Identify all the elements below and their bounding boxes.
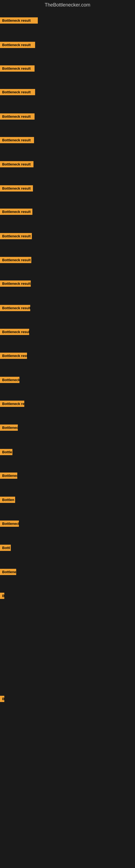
- bottleneck-item: Bottleneck result: [0, 137, 34, 143]
- bottleneck-item: Bottle: [0, 449, 12, 455]
- bottleneck-item: Bottleneck result: [0, 65, 35, 72]
- bottleneck-item: Bottleneck result: [0, 305, 30, 311]
- bottleneck-item: Bottlen: [0, 497, 15, 503]
- bottleneck-item: Bottleneck: [0, 521, 19, 527]
- bottleneck-item: Bottleneck result: [0, 89, 35, 95]
- bottleneck-item: Bottleneck re: [0, 401, 24, 407]
- bottleneck-item: B: [0, 593, 4, 599]
- bottleneck-item: Bottleneck result: [0, 185, 33, 191]
- bottleneck-item: Bottleneck result: [0, 233, 32, 239]
- bottleneck-item: Bottlenec: [0, 425, 18, 431]
- bottleneck-item: Bottleneck result: [0, 42, 35, 48]
- bottleneck-item: Bottleneck result: [0, 280, 31, 287]
- bottleneck-item: Bottleneck result: [0, 113, 35, 120]
- bottleneck-item: Bottleneck result: [0, 329, 29, 335]
- bottleneck-item: Bottlenec: [0, 472, 17, 479]
- bottleneck-item: Bottleneck result: [0, 161, 34, 167]
- bottleneck-item: Bottleneck result: [0, 209, 32, 215]
- bottleneck-item: B: [0, 696, 4, 702]
- bottleneck-item: Bottleneck: [0, 377, 19, 383]
- bottleneck-item: Bottl: [0, 545, 11, 551]
- bottleneck-item: Bottleneck result: [0, 18, 38, 24]
- bottleneck-item: Bottleneck result: [0, 257, 31, 263]
- bottleneck-item: Bottlene: [0, 569, 16, 575]
- bottleneck-item: Bottleneck resu: [0, 352, 27, 359]
- site-title: TheBottlenecker.com: [0, 0, 135, 10]
